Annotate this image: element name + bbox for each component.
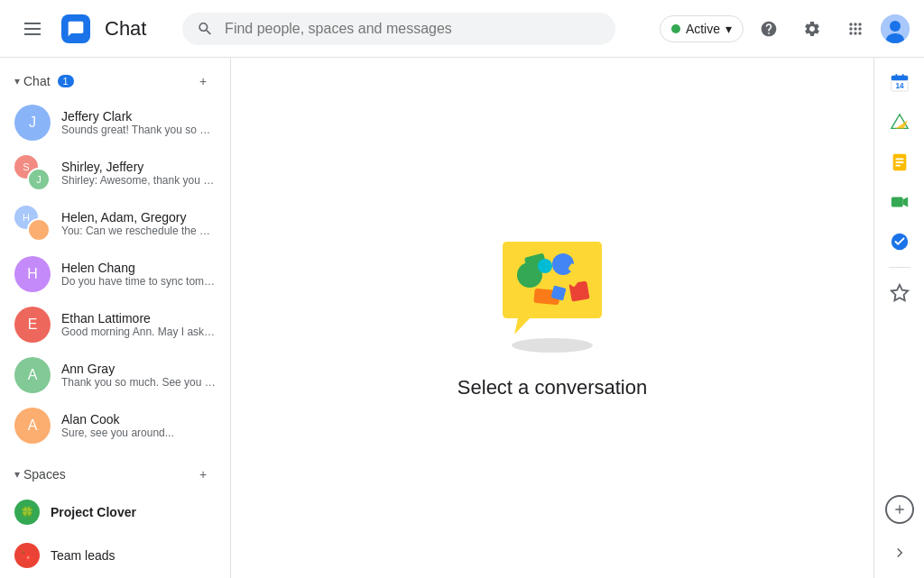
help-button[interactable] [751, 11, 787, 47]
svg-rect-17 [891, 76, 907, 81]
chat-name: Ann Gray [61, 362, 216, 376]
chat-badge: 1 [58, 75, 74, 87]
topbar-right: Active ▾ [660, 11, 910, 47]
svg-rect-19 [901, 74, 903, 78]
space-list-item[interactable]: 🔖 Team leads [0, 534, 230, 577]
drive-app-icon[interactable] [882, 105, 918, 141]
svg-rect-27 [895, 165, 901, 167]
chat-avatar: A [14, 408, 51, 444]
empty-state: Select a conversation [457, 237, 647, 399]
bookmark-icon[interactable] [882, 275, 918, 311]
space-icon: 🍀 [14, 500, 40, 525]
add-apps-button[interactable] [885, 495, 914, 524]
app-title: Chat [105, 17, 146, 41]
svg-rect-28 [891, 197, 902, 207]
apps-button[interactable] [837, 11, 873, 47]
search-bar [182, 13, 615, 45]
chat-list-item[interactable]: J Jeffery Clark Sounds great! Thank you … [0, 97, 230, 148]
main-area: ▾ Chat 1 + J Jeffery Clark Sounds great!… [0, 58, 924, 578]
conversation-area: Select a conversation [231, 58, 873, 578]
status-dot [671, 24, 680, 33]
svg-rect-25 [895, 158, 903, 160]
app-logo [61, 14, 90, 43]
chat-preview: You: Can we reschedule the meeting for..… [61, 225, 216, 237]
chat-list-item[interactable]: H Helen Chang Do you have time to sync t… [0, 249, 230, 299]
chat-name: Ethan Lattimore [61, 311, 216, 326]
chat-list: J Jeffery Clark Sounds great! Thank you … [0, 97, 230, 451]
svg-point-8 [552, 253, 574, 275]
chat-preview: Good morning Ann. May I ask a question? [61, 326, 216, 338]
group-avatar: S J [14, 155, 51, 191]
chat-section-header[interactable]: ▾ Chat 1 + [0, 58, 230, 97]
chat-preview: Thank you so much. See you there. [61, 376, 216, 389]
status-button[interactable]: Active ▾ [660, 15, 744, 42]
svg-marker-31 [891, 285, 907, 300]
chat-name: Shirley, Jeffery [61, 160, 216, 174]
avatar[interactable] [881, 14, 910, 43]
space-name: Project Clover [51, 505, 136, 519]
chat-preview: Sure, see you around... [61, 427, 216, 439]
svg-rect-18 [895, 74, 897, 78]
svg-text:14: 14 [895, 82, 904, 90]
chat-preview: Do you have time to sync tomorrow mori..… [61, 275, 216, 288]
svg-point-4 [890, 21, 901, 32]
chat-name: Helen, Adam, Gregory [61, 210, 216, 225]
chat-avatar: E [14, 307, 51, 343]
status-label: Active [686, 22, 720, 36]
chevron-down-icon: ▾ [725, 22, 732, 36]
sidebar: ▾ Chat 1 + J Jeffery Clark Sounds great!… [0, 58, 231, 578]
svg-point-6 [512, 338, 593, 353]
spaces-section-header[interactable]: ▾ Spaces + [0, 451, 230, 491]
chat-preview: Shirley: Awesome, thank you for the... [61, 174, 216, 187]
chat-preview: Sounds great! Thank you so much Ann! [61, 124, 216, 136]
space-icon: 🔖 [14, 543, 40, 568]
spaces-chevron: ▾ [14, 468, 20, 481]
expand-panel-button[interactable] [882, 535, 918, 571]
chat-name: Jeffery Clark [61, 109, 216, 124]
placeholder-text: Select a conversation [457, 376, 647, 399]
svg-rect-26 [895, 161, 903, 163]
meet-app-icon[interactable] [882, 184, 918, 220]
menu-button[interactable] [14, 11, 51, 47]
group-avatar: H [14, 206, 51, 242]
chat-chevron: ▾ [14, 75, 20, 87]
chat-name: Alan Cook [61, 412, 216, 427]
keep-app-icon[interactable] [882, 144, 918, 180]
far-right-panel: 14 [873, 58, 924, 578]
chat-list-item[interactable]: S J Shirley, Jeffery Shirley: Awesome, t… [0, 148, 230, 198]
chat-illustration [489, 237, 615, 354]
chat-avatar: J [14, 105, 51, 141]
tasks-app-icon[interactable] [882, 224, 918, 260]
svg-marker-29 [902, 197, 908, 207]
settings-button[interactable] [794, 11, 830, 47]
divider [889, 267, 910, 268]
search-input[interactable] [225, 21, 601, 37]
space-list-item[interactable]: 🍀 Project Clover [0, 491, 230, 534]
svg-point-15 [538, 259, 552, 273]
chat-list-item[interactable]: E Ethan Lattimore Good morning Ann. May … [0, 299, 230, 350]
spaces-section-label: Spaces [23, 467, 66, 482]
topbar-left: Chat [14, 11, 146, 47]
topbar: Chat Active ▾ [0, 0, 924, 58]
chat-list-item[interactable]: A Ann Gray Thank you so much. See you th… [0, 350, 230, 400]
search-icon [197, 20, 214, 38]
add-space-button[interactable]: + [190, 462, 216, 487]
chat-section-label: Chat [23, 74, 51, 88]
chat-name: Helen Chang [61, 261, 216, 275]
chat-list-item[interactable]: A Alan Cook Sure, see you around... [0, 400, 230, 451]
space-name: Team leads [51, 548, 116, 563]
spaces-list: 🍀 Project Clover 🔖 Team leads M Marketin… [0, 491, 230, 578]
add-chat-button[interactable]: + [190, 69, 216, 94]
calendar-app-icon[interactable]: 14 [882, 65, 918, 101]
chat-avatar: H [14, 256, 51, 292]
chat-avatar: A [14, 357, 51, 393]
chat-list-item[interactable]: H Helen, Adam, Gregory You: Can we resch… [0, 198, 230, 249]
